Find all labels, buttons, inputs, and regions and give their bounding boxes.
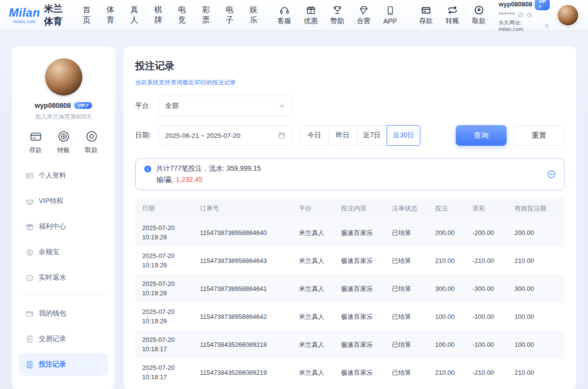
cell-order: 1154738738958864642: [200, 313, 299, 320]
col-date: 日期: [142, 204, 200, 213]
cell-order: 1154738738958864640: [200, 229, 299, 236]
topbar: Milan milan.com 米兰体育 首页 体育 真人 棋牌 电竞 彩票 电…: [0, 0, 588, 30]
magnifier-icon[interactable]: [544, 23, 550, 29]
quick-deposit[interactable]: 存款: [29, 130, 42, 155]
nav-item-live[interactable]: 真人: [130, 5, 142, 26]
join-days-text: 加入米兰体育第603天: [19, 113, 108, 121]
logo-script: Milan milan.com: [9, 7, 40, 24]
header-action-label: 赞助: [330, 17, 344, 26]
sidebar-item-transactions[interactable]: 交易记录: [19, 328, 108, 350]
bet-records-panel: 投注记录 当前系统支持查询最近30日的投注记录 平台: 全部 日期: 2025-…: [123, 47, 576, 389]
col-status: 注单状态: [392, 204, 435, 213]
cell-platform: 米兰真人: [299, 340, 341, 349]
cell-bet: 300.00: [435, 285, 472, 292]
sidebar-item-profile[interactable]: 个人资料: [19, 164, 108, 187]
sidebar-item-rebate[interactable]: 实时返水: [19, 266, 108, 289]
cell-payout: -210.00: [472, 369, 514, 376]
table-row: 2025-07-2010:18:17 1154738435266089218 米…: [135, 331, 564, 359]
user-block: wyp080808 VIP 7 ****** 永久网址: milan.com: [498, 0, 550, 32]
cell-datetime: 2025-07-2010:18:17: [142, 363, 200, 382]
cell-payout: -200.00: [472, 229, 514, 236]
chevron-down-icon: [278, 102, 286, 110]
filter-today-button[interactable]: 今日: [300, 125, 329, 146]
sidebar-item-wallet[interactable]: 我的钱包: [19, 302, 108, 325]
nav-item-sports[interactable]: 体育: [106, 5, 118, 26]
quick-action-label: 存款: [29, 146, 42, 155]
header-action-app[interactable]: APP: [380, 5, 400, 25]
table-row: 2025-07-2010:19:29 1154738738958864640 米…: [135, 219, 564, 247]
date-filter-row: 日期: 2025-06-21 ~ 2025-07-20 今日 昨日 近7日 近3…: [135, 125, 564, 146]
summary-banner: 共计777笔投注，流水: 359,999.15 输/赢: 1,232.45: [135, 158, 564, 190]
cell-order: 1154738435266089219: [200, 369, 299, 376]
nav-item-esports[interactable]: 电竞: [178, 5, 189, 26]
header-action-partner[interactable]: 合营: [354, 5, 373, 26]
collapse-banner-icon[interactable]: [547, 170, 556, 179]
nav-item-entertainment[interactable]: 娱乐: [250, 5, 261, 26]
cell-valid: 100.00: [514, 313, 561, 320]
sidebar-item-bet-records[interactable]: 投注记录: [19, 353, 108, 376]
sidebar-item-label: 我的钱包: [39, 309, 66, 318]
sidebar-item-welfare[interactable]: 福利中心: [19, 215, 108, 238]
filter-30days-button[interactable]: 近30日: [387, 125, 421, 146]
date-range-input[interactable]: 2025-06-21 ~ 2025-07-20: [159, 125, 292, 146]
query-button[interactable]: 查询: [456, 125, 507, 146]
summary-total-text: 共计777笔投注，流水: 359,999.15: [156, 164, 542, 173]
id-card-icon: [25, 172, 34, 180]
logo[interactable]: Milan milan.com 米兰体育: [9, 2, 69, 28]
filter-7days-button[interactable]: 近7日: [357, 125, 387, 146]
sidebar-quick-actions: 存款 转账 取款: [19, 130, 108, 155]
cell-order: 1154738738958864643: [200, 257, 299, 264]
header-action-sponsor[interactable]: 赞助: [327, 5, 347, 26]
sidebar-avatar[interactable]: [45, 58, 82, 96]
cell-status: 已结算: [392, 312, 435, 321]
cell-status: 已结算: [392, 229, 435, 237]
masked-balance: ******: [498, 11, 515, 18]
cell-datetime: 2025-07-2010:19:29: [142, 224, 200, 242]
sidebar-item-yuebao[interactable]: 余额宝: [19, 241, 108, 263]
reset-button[interactable]: 重置: [514, 125, 564, 146]
nav-item-slots[interactable]: 电子: [226, 5, 237, 26]
table-header-row: 日期 订单号 平台 投注内容 注单状态 投注 派彩 有效投注额: [135, 198, 564, 219]
calendar-icon: [278, 131, 286, 139]
header-action-service[interactable]: 客服: [274, 5, 294, 26]
cell-content: 极速百家乐: [341, 340, 392, 349]
quick-transfer[interactable]: 转账: [57, 130, 70, 155]
quick-action-label: 转账: [57, 146, 70, 155]
nav-item-lottery[interactable]: 彩票: [202, 5, 213, 26]
withdraw-circle-icon: [474, 5, 484, 15]
deposit-card-icon: [421, 5, 431, 15]
filter-yesterday-button[interactable]: 昨日: [328, 125, 357, 146]
document-icon: [25, 335, 34, 343]
page-subtitle: 当前系统支持查询最近30日的投注记录: [135, 78, 564, 87]
clock-icon: [25, 274, 34, 282]
cell-bet: 210.00: [435, 369, 472, 376]
logo-cn-text: 米兰体育: [44, 2, 69, 28]
nav-item-chess[interactable]: 棋牌: [154, 5, 166, 26]
transfer-arrows-icon: [447, 5, 458, 15]
username: wyp080808: [498, 0, 532, 8]
cell-status: 已结算: [392, 340, 435, 349]
platform-select[interactable]: 全部: [159, 96, 292, 116]
sidebar-item-vip[interactable]: VIP特权: [19, 190, 108, 212]
chevron-circle-icon[interactable]: [526, 12, 533, 18]
cell-payout: -300.00: [472, 285, 514, 292]
sidebar-menu: 个人资料 VIP特权 福利中心 余额宝 实时返水 我的钱包 交易记录: [19, 164, 108, 376]
nav-item-home[interactable]: 首页: [83, 5, 94, 26]
header-action-transfer[interactable]: 转账: [442, 5, 462, 26]
quick-withdraw[interactable]: 取款: [85, 130, 98, 155]
deposit-card-icon: [29, 130, 42, 143]
header-action-withdraw[interactable]: 取款: [469, 5, 489, 26]
eye-off-icon[interactable]: [517, 12, 524, 18]
quick-filter-group: 今日 昨日 近7日 近30日: [300, 125, 420, 146]
header-action-label: 客服: [277, 17, 291, 26]
sidebar-vip-badge: VIP 7: [74, 102, 93, 109]
avatar[interactable]: [557, 4, 579, 26]
summary-winloss-row: 输/赢: 1,232.45: [156, 176, 542, 184]
table-row: 2025-07-2010:19:29 1154738738958864643 米…: [135, 247, 564, 275]
platform-select-value: 全部: [165, 102, 278, 110]
header-action-label: APP: [383, 17, 397, 25]
cell-platform: 米兰真人: [299, 285, 341, 293]
header-action-promo[interactable]: 优惠: [301, 5, 320, 26]
page-title: 投注记录: [135, 59, 564, 73]
header-action-deposit[interactable]: 存款: [416, 5, 436, 26]
